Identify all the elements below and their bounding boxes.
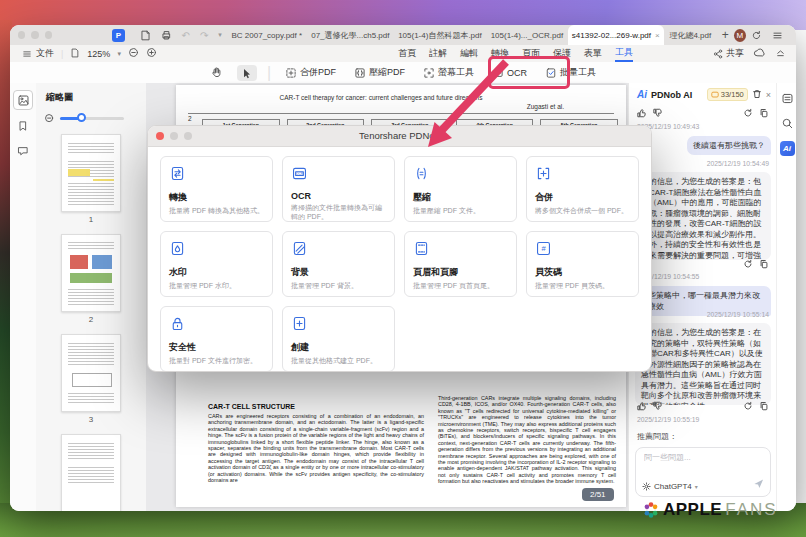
- tab-science-ocr[interactable]: 105(1-4)..._OCR.pdf: [486, 25, 568, 45]
- thumbnails-panel-title: 縮略圖: [46, 91, 146, 104]
- card-watermark[interactable]: 水印 批量管理 PDF 水印。: [160, 231, 273, 297]
- message-actions-row: [743, 401, 769, 413]
- bookmarks-panel-icon[interactable]: [14, 117, 32, 135]
- select-tool-button[interactable]: [237, 65, 257, 81]
- collapse-toolbar-icon[interactable]: [775, 47, 786, 60]
- nav-protect[interactable]: 保護: [553, 46, 571, 61]
- hand-tool-button[interactable]: [206, 64, 227, 81]
- message-actions-row: [743, 108, 769, 120]
- copy-icon[interactable]: [759, 401, 769, 413]
- comments-panel-icon[interactable]: [14, 142, 32, 160]
- applefans-watermark: APPLE FANS: [642, 500, 778, 520]
- minimize-window-button[interactable]: [31, 31, 38, 39]
- tab-bc2007[interactable]: BC 2007_copy.pdf *: [227, 25, 307, 45]
- ai-panel-title: PDNob AI: [651, 90, 692, 100]
- cloud-icon[interactable]: [753, 47, 766, 60]
- zoom-level-value[interactable]: 125%: [87, 49, 110, 59]
- card-background[interactable]: 背景 批量管理 PDF 背景。: [282, 231, 395, 297]
- nav-convert[interactable]: 轉換: [491, 46, 509, 61]
- close-window-button[interactable]: [18, 31, 25, 39]
- compress-pdf-button[interactable]: 壓縮PDF: [350, 64, 409, 81]
- hamburger-menu-icon[interactable]: [772, 30, 783, 41]
- card-security[interactable]: 安全性 批量對 PDF 文件進行加密。: [160, 306, 273, 372]
- thumbs-down-icon[interactable]: [653, 108, 663, 120]
- redo-icon[interactable]: ↷: [200, 30, 208, 41]
- copy-icon[interactable]: [759, 108, 769, 120]
- compress-icon: [413, 165, 430, 182]
- page-thumbnail-3[interactable]: [61, 334, 121, 412]
- tools-toolbar: | 合併PDF 壓縮PDF 螢幕工具 OCR 批量工具: [10, 62, 796, 84]
- share-button[interactable]: 共享: [713, 47, 744, 60]
- create-icon: [291, 315, 308, 332]
- tab-chem-ch5[interactable]: 07_選修化學...ch5.pdf: [307, 25, 394, 45]
- zoom-window-button[interactable]: [45, 31, 52, 39]
- right-rail: Ai: [776, 83, 796, 511]
- send-icon[interactable]: [753, 478, 764, 491]
- card-header-footer[interactable]: 頁眉和頁腳 批量管理 PDF 頁首頁尾。: [404, 231, 517, 297]
- clear-chat-icon[interactable]: [752, 89, 762, 101]
- applefans-flower-icon: [642, 501, 660, 519]
- nav-home[interactable]: 首頁: [398, 46, 416, 61]
- tab-lihua4[interactable]: 理化總4.pdf: [664, 25, 717, 45]
- regenerate-icon[interactable]: [743, 401, 753, 413]
- merge-pdf-button[interactable]: 合併PDF: [281, 64, 340, 81]
- regenerate-icon[interactable]: [743, 259, 753, 271]
- brand-apple: APPLE: [663, 500, 722, 520]
- close-ai-panel-icon[interactable]: ×: [766, 90, 771, 100]
- new-tab-button[interactable]: +: [722, 28, 729, 42]
- undo-icon[interactable]: ↶: [182, 30, 190, 41]
- tab-s41392-active[interactable]: s41392-02...269-w.pdf×: [568, 25, 664, 45]
- thumbs-down-icon[interactable]: [653, 401, 663, 413]
- nav-form[interactable]: 表單: [584, 46, 602, 61]
- save-icon[interactable]: [140, 30, 151, 41]
- zoom-out-icon[interactable]: [128, 47, 139, 60]
- thumbnails-panel-icon[interactable]: [13, 90, 33, 110]
- zoom-caret-icon[interactable]: ▾: [117, 50, 121, 58]
- page-thumbnail-1[interactable]: [61, 134, 121, 212]
- card-create[interactable]: 創建 批量從其他格式建立 PDF。: [282, 306, 395, 372]
- zoom-in-icon[interactable]: [146, 47, 157, 60]
- batch-tools-button[interactable]: 批量工具: [541, 64, 600, 81]
- user-message-bubble: 後續還有那些挑戰？: [687, 136, 771, 155]
- thumbnails-panel: 縮略圖 1 2: [36, 83, 147, 511]
- page-thumbnail-2[interactable]: [61, 234, 121, 312]
- ai-sidebar-icon[interactable]: Ai: [780, 141, 795, 156]
- model-selector[interactable]: ChatGPT4 ▾: [642, 482, 698, 491]
- thumbnail-zoom-slider[interactable]: [44, 113, 138, 124]
- search-icon[interactable]: [780, 116, 795, 131]
- card-ocr[interactable]: OCR OCR 將掃描的文件批量轉換為可編輯的 PDF。: [282, 156, 395, 222]
- nav-annotate[interactable]: 註解: [429, 46, 447, 61]
- watermark-icon: [169, 240, 186, 257]
- paper-byline: Zugasti et al.: [527, 103, 564, 110]
- thumbs-up-icon[interactable]: [637, 108, 647, 120]
- slider-knob[interactable]: [77, 113, 86, 122]
- brand-fans: FANS: [725, 500, 777, 520]
- print-icon[interactable]: [161, 30, 172, 41]
- regenerate-icon[interactable]: [743, 108, 753, 120]
- account-avatar[interactable]: M: [734, 29, 746, 42]
- file-menu-button[interactable]: 文件: [22, 47, 54, 60]
- convert-icon: [169, 165, 186, 182]
- page-fit-icon[interactable]: [70, 48, 80, 60]
- card-merge[interactable]: 合併 將多個文件合併成一個 PDF。: [526, 156, 639, 222]
- dialog-title: Tenorshare PDNob: [148, 126, 651, 146]
- tab-science-book[interactable]: 105(1-4)自然科題本.pdf: [394, 25, 486, 45]
- thumbs-up-icon[interactable]: [637, 401, 647, 413]
- ai-question-input[interactable]: [642, 452, 766, 463]
- copy-icon[interactable]: [759, 259, 769, 271]
- more-tools-caret-icon[interactable]: ▾: [218, 31, 222, 39]
- page-thumbnail-4[interactable]: [61, 434, 121, 511]
- card-convert[interactable]: 轉換 批量將 PDF 轉換為其他格式。: [160, 156, 273, 222]
- nav-page[interactable]: 頁面: [522, 46, 540, 61]
- screen-tools-button[interactable]: 螢幕工具: [419, 64, 478, 81]
- card-compress[interactable]: 壓縮 批量壓縮 PDF 文件。: [404, 156, 517, 222]
- card-bates[interactable]: # 貝茨碼 批量管理 PDF 貝茨碼。: [526, 231, 639, 297]
- sync-icon[interactable]: [751, 30, 762, 41]
- close-tab-icon[interactable]: ×: [655, 31, 660, 40]
- nav-edit[interactable]: 編輯: [460, 46, 478, 61]
- batch-tools-dialog: Tenorshare PDNob 轉換 批量將 PDF 轉換為其他格式。 OCR…: [147, 125, 652, 372]
- feedback-icons-row: [637, 401, 663, 413]
- nav-tools-active[interactable]: 工具: [615, 45, 633, 62]
- ocr-button[interactable]: OCR: [488, 65, 531, 81]
- notes-panel-icon[interactable]: [780, 91, 795, 106]
